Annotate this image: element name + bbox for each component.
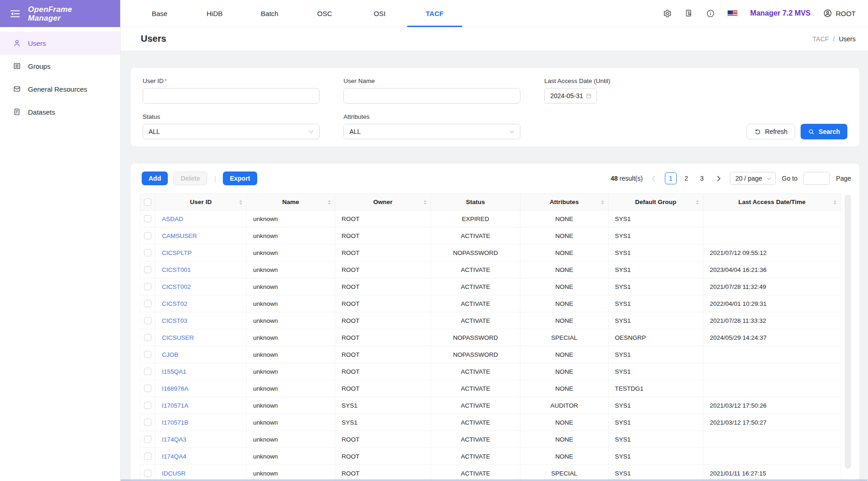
checkbox-icon[interactable] (144, 351, 151, 358)
language-flag-us[interactable] (727, 10, 738, 17)
tab-osi[interactable]: OSI (352, 0, 407, 27)
row-checkbox[interactable] (140, 295, 155, 312)
user-id-link[interactable]: I174QA3 (162, 436, 186, 443)
user-id-input[interactable] (143, 88, 320, 104)
environment-label[interactable]: Manager 7.2 MVS (750, 9, 811, 17)
sort-icon[interactable] (328, 200, 331, 205)
row-checkbox[interactable] (140, 397, 155, 414)
search-button[interactable]: Search (801, 124, 847, 139)
next-page-icon[interactable] (714, 172, 724, 184)
settings-gear-icon[interactable] (663, 9, 672, 18)
row-checkbox[interactable] (140, 448, 155, 464)
breadcrumb-parent[interactable]: TACF (813, 35, 829, 43)
refresh-button[interactable]: Refresh (746, 124, 795, 139)
checkbox-icon[interactable] (144, 283, 151, 290)
sort-icon[interactable] (696, 200, 699, 205)
user-id-link[interactable]: CJOB (162, 351, 178, 358)
user-id-link[interactable]: I170571A (162, 402, 188, 409)
row-checkbox[interactable] (140, 227, 155, 244)
user-id-link[interactable]: CAMSUSER (162, 232, 197, 239)
user-id-link[interactable]: ASDAD (162, 216, 183, 222)
page-number-2[interactable]: 2 (680, 172, 692, 184)
tab-batch[interactable]: Batch (242, 0, 297, 27)
checkbox-icon[interactable] (144, 215, 151, 222)
tab-tacf[interactable]: TACF (407, 0, 462, 27)
sort-icon[interactable] (601, 200, 604, 205)
user-id-link[interactable]: CICST002 (162, 283, 191, 290)
audit-log-icon[interactable] (684, 9, 693, 18)
checkbox-icon[interactable] (144, 334, 151, 341)
tab-hidb[interactable]: HiDB (187, 0, 242, 27)
checkbox-icon[interactable] (144, 419, 151, 426)
column-header-name[interactable]: Name (247, 194, 335, 210)
tab-base[interactable]: Base (132, 0, 187, 27)
info-icon[interactable] (706, 9, 715, 18)
user-id-link[interactable]: CICST03 (162, 317, 188, 324)
checkbox-icon[interactable] (144, 436, 151, 443)
row-checkbox[interactable] (140, 312, 155, 329)
checkbox-icon[interactable] (144, 453, 151, 460)
row-checkbox[interactable] (140, 244, 155, 261)
user-id-link[interactable]: I168976A (162, 385, 188, 392)
user-menu[interactable]: ROOT (823, 9, 856, 18)
column-header-last_access[interactable]: Last Access Date/Time (703, 194, 840, 210)
checkbox-icon[interactable] (144, 470, 151, 477)
page-number-1[interactable]: 1 (665, 172, 677, 184)
user-id-link[interactable]: CICST001 (162, 266, 191, 273)
select-all-checkbox[interactable] (140, 194, 155, 210)
row-checkbox[interactable] (140, 363, 155, 380)
sort-icon[interactable] (424, 200, 426, 205)
checkbox-icon[interactable] (144, 317, 151, 324)
sidebar-item-groups[interactable]: Groups (0, 55, 120, 77)
sidebar-item-users[interactable]: Users (0, 32, 120, 55)
sort-icon[interactable] (834, 200, 836, 205)
row-checkbox[interactable] (140, 346, 155, 363)
checkbox-icon[interactable] (144, 249, 151, 256)
user-name-input[interactable] (343, 88, 520, 104)
checkbox-icon[interactable] (144, 266, 151, 273)
prev-page-icon[interactable] (649, 172, 659, 184)
column-header-attributes[interactable]: Attributes (520, 194, 608, 210)
scrollbar-thumb[interactable] (845, 194, 851, 469)
sidebar-item-general-resources[interactable]: General Resources (0, 77, 120, 100)
sidebar-item-datasets[interactable]: Datasets (0, 100, 120, 123)
user-id-link[interactable]: IDCUSR (162, 470, 186, 477)
sidebar-collapse-icon[interactable] (10, 10, 20, 18)
row-checkbox[interactable] (140, 414, 155, 431)
row-checkbox[interactable] (140, 278, 155, 295)
attributes-select[interactable]: ALL (343, 124, 520, 139)
tab-osc[interactable]: OSC (297, 0, 352, 27)
export-button[interactable]: Export (223, 171, 257, 185)
checkbox-icon[interactable] (144, 300, 151, 307)
user-id-link[interactable]: CICSPLTP (162, 249, 192, 256)
delete-button[interactable]: Delete (173, 171, 207, 185)
checkbox-icon[interactable] (144, 385, 151, 392)
row-checkbox[interactable] (140, 261, 155, 278)
user-id-link[interactable]: I155QA1 (162, 368, 186, 375)
add-button[interactable]: Add (142, 171, 168, 185)
column-header-owner[interactable]: Owner (335, 194, 431, 210)
goto-page-input[interactable] (803, 172, 830, 185)
status-select[interactable]: ALL (143, 124, 320, 139)
row-checkbox[interactable] (140, 431, 155, 448)
page-size-select[interactable]: 20 / page (730, 172, 776, 185)
page-number-3[interactable]: 3 (696, 172, 708, 184)
column-header-user_id[interactable]: User ID (155, 194, 247, 210)
user-id-link[interactable]: CICST02 (162, 300, 188, 307)
user-id-link[interactable]: CICSUSER (162, 334, 194, 341)
row-checkbox[interactable] (140, 210, 155, 227)
user-id-link[interactable]: I174QA4 (162, 453, 186, 460)
table-vertical-scrollbar[interactable] (845, 194, 851, 481)
row-checkbox[interactable] (140, 380, 155, 397)
row-checkbox[interactable] (140, 465, 155, 481)
column-header-default_group[interactable]: Default Group (608, 194, 703, 210)
checkbox-icon[interactable] (144, 199, 151, 206)
checkbox-icon[interactable] (144, 368, 151, 375)
checkbox-icon[interactable] (144, 232, 151, 239)
row-checkbox[interactable] (140, 329, 155, 346)
user-id-link[interactable]: I170571B (162, 419, 188, 426)
main-area: BaseHiDBBatchOSCOSITACF Manager 7.2 MVS (121, 0, 868, 481)
sort-icon[interactable] (239, 200, 242, 205)
checkbox-icon[interactable] (144, 402, 151, 409)
last-access-date-picker[interactable]: 2024-05-31 (544, 88, 597, 104)
